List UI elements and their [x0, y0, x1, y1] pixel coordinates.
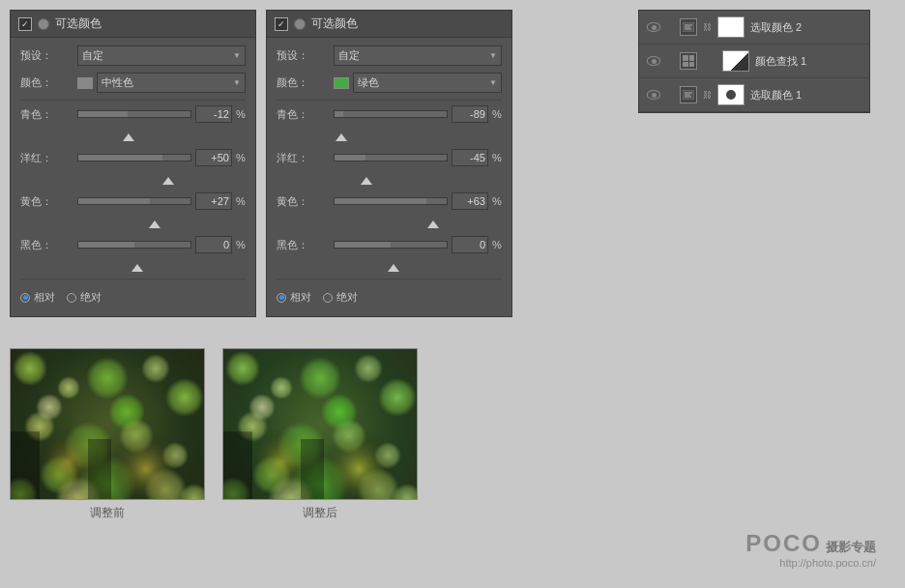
panel2-black-slider[interactable]	[334, 241, 448, 249]
panel1-title: 可选颜色	[55, 15, 102, 32]
panel1-radio-relative-circle	[20, 293, 30, 303]
panel2-preset-arrow: ▼	[489, 51, 497, 60]
panel2-preset-label: 预设：	[277, 48, 330, 63]
layer1-type-icon	[680, 18, 697, 36]
after-label: 调整后	[222, 505, 418, 521]
panel1-cyan-row: 青色： -12 %	[20, 105, 246, 123]
panel2-body: 预设： 自定 ▼ 颜色： 绿色 ▼ 青色： -89 %	[267, 38, 511, 316]
panel2-cyan-value[interactable]: -89	[452, 105, 488, 123]
poco-subtitle: 摄影专题	[826, 539, 876, 556]
layer3-mask-icon	[717, 84, 744, 105]
layer3-eye-icon[interactable]	[647, 90, 660, 100]
panel1-circle-icon	[38, 18, 49, 30]
panel2-yellow-slider[interactable]	[334, 197, 448, 205]
layer1-chain-icon: ⛓	[703, 22, 712, 32]
panel1-radio-absolute-circle	[67, 293, 76, 303]
panel1-cyan-label: 青色：	[20, 107, 73, 122]
layers-panel: ⛓ 选取颜色 2 颜色查找 1	[638, 10, 870, 113]
panel1-header: 可选颜色	[11, 11, 255, 38]
panel1-yellow-row: 黄色： +27 %	[20, 192, 246, 210]
panel2-magenta-value[interactable]: -45	[452, 149, 488, 166]
panel1-yellow-percent: %	[236, 195, 246, 207]
panel2-black-value[interactable]: 0	[452, 236, 488, 253]
panel1-preset-dropdown[interactable]: 自定 ▼	[77, 45, 246, 66]
panel2-color-row: 颜色： 绿色 ▼	[277, 73, 502, 93]
poco-logo-text: POCO	[745, 530, 822, 557]
layer-item-2[interactable]: 颜色查找 1	[639, 44, 869, 78]
panel2-magenta-row: 洋红： -45 %	[277, 149, 502, 166]
panel1-cyan-slider[interactable]	[77, 110, 191, 118]
panel1-radio-relative[interactable]: 相对	[20, 290, 55, 305]
panel2-yellow-value[interactable]: +63	[452, 192, 488, 210]
panel2-preset-row: 预设： 自定 ▼	[277, 45, 502, 66]
layer-item-1[interactable]: ⛓ 选取颜色 2	[639, 11, 869, 44]
panel2-radio-relative[interactable]: 相对	[277, 290, 311, 305]
panel2-color-label: 颜色：	[277, 75, 330, 90]
panel1-black-label: 黑色：	[20, 238, 73, 252]
layer-item-3[interactable]: ⛓ 选取颜色 1	[639, 78, 869, 112]
layer2-eye-icon[interactable]	[647, 56, 660, 66]
panel2-radio-relative-circle	[277, 293, 286, 303]
panel2-circle-icon	[294, 18, 306, 30]
poco-url: http://photo.poco.cn/	[745, 557, 876, 569]
panel2-black-percent: %	[492, 239, 502, 250]
panel2-yellow-label: 黄色：	[277, 194, 330, 209]
panel1-preset-arrow: ▼	[233, 51, 241, 60]
panel1-cyan-percent: %	[236, 108, 246, 120]
panel2-radio-absolute[interactable]: 绝对	[323, 290, 358, 305]
layer3-chain-icon: ⛓	[703, 90, 712, 100]
panel2-color-arrow: ▼	[489, 78, 497, 87]
panel1-color-row: 颜色： 中性色 ▼	[20, 73, 246, 93]
panel1-cyan-thumb	[123, 133, 134, 141]
panel1-color-dropdown[interactable]: 中性色 ▼	[97, 73, 246, 93]
layer3-type-icon	[680, 86, 697, 103]
panel1-magenta-value[interactable]: +50	[195, 149, 232, 166]
panel2-color-dropdown[interactable]: 绿色 ▼	[353, 73, 502, 93]
layer1-mask-icon	[717, 16, 744, 38]
panel1-preset-row: 预设： 自定 ▼	[20, 45, 246, 66]
panel1-color-arrow: ▼	[233, 78, 241, 87]
panel1-black-percent: %	[236, 239, 246, 250]
after-image-canvas	[222, 348, 418, 500]
panel2-yellow-row: 黄色： +63 %	[277, 192, 502, 210]
panel2-color-swatch	[334, 77, 349, 89]
panel2-radio-row: 相对 绝对	[277, 284, 502, 309]
panel2-cyan-slider[interactable]	[334, 110, 448, 118]
panel2-magenta-slider[interactable]	[334, 154, 448, 162]
panel2-check-icon[interactable]	[275, 17, 288, 31]
panel1-black-slider[interactable]	[77, 241, 191, 249]
panel1-cyan-value[interactable]: -12	[195, 105, 232, 123]
panel2-title: 可选颜色	[311, 15, 358, 32]
panel2-magenta-percent: %	[492, 152, 502, 163]
panel1-yellow-label: 黄色：	[20, 194, 73, 209]
panel2-cyan-percent: %	[492, 108, 502, 120]
panel-selectcolor-1: 可选颜色 预设： 自定 ▼ 颜色： 中性色 ▼ 青色： -12	[10, 10, 256, 317]
panel1-check-icon[interactable]	[18, 17, 32, 31]
panel1-yellow-value[interactable]: +27	[195, 192, 232, 210]
panel2-yellow-percent: %	[492, 195, 502, 207]
panel1-black-row: 黑色： 0 %	[20, 236, 246, 253]
panel2-header: 可选颜色	[267, 11, 511, 38]
panel2-preset-dropdown[interactable]: 自定 ▼	[334, 45, 502, 66]
panel1-magenta-slider[interactable]	[77, 154, 191, 162]
poco-brand: POCO 摄影专题 http://photo.poco.cn/	[745, 530, 876, 569]
panel1-black-thumb	[131, 264, 143, 272]
panel2-black-thumb	[388, 264, 399, 272]
panel1-magenta-thumb	[162, 177, 174, 185]
panel1-black-value[interactable]: 0	[195, 236, 232, 253]
panel1-yellow-slider[interactable]	[77, 197, 191, 205]
panel2-cyan-label: 青色：	[277, 107, 330, 122]
panel2-cyan-row: 青色： -89 %	[277, 105, 502, 123]
panel1-color-swatch	[77, 77, 93, 89]
panel1-radio-absolute[interactable]: 绝对	[67, 290, 102, 305]
panel1-yellow-thumb	[149, 220, 161, 228]
before-image-canvas	[10, 348, 205, 500]
panel1-magenta-label: 洋红：	[20, 151, 73, 165]
layer1-eye-icon[interactable]	[647, 22, 660, 32]
panel1-preset-label: 预设：	[20, 48, 73, 63]
layer3-label: 选取颜色 1	[750, 88, 861, 103]
panel2-magenta-label: 洋红：	[277, 151, 330, 165]
panel1-body: 预设： 自定 ▼ 颜色： 中性色 ▼ 青色： -12 %	[11, 38, 255, 316]
before-label: 调整前	[10, 505, 205, 521]
panel1-color-label: 颜色：	[20, 75, 73, 90]
